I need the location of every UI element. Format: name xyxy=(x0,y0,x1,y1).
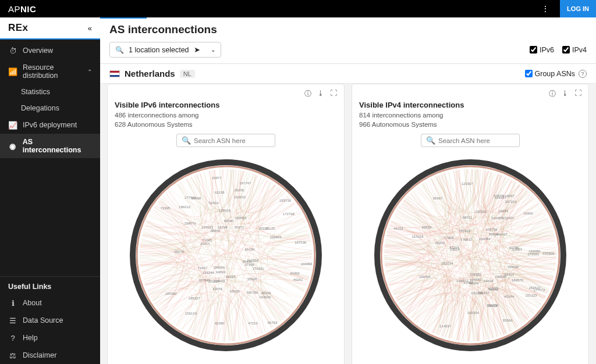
nav-label: Statistics xyxy=(21,88,50,96)
panel-ipv4: ⓘ ⭳ ⛶ Visible IPv4 interconnections 814 … xyxy=(352,84,589,364)
svg-text:73457: 73457 xyxy=(198,266,208,270)
nav-overview[interactable]: ⏱ Overview xyxy=(0,42,100,59)
search-icon: 🔍 xyxy=(182,136,191,145)
nav-label: Resource distribution xyxy=(23,63,82,80)
chevron-up-icon: ⌃ xyxy=(87,69,92,75)
help-icon[interactable]: ? xyxy=(579,70,587,78)
svg-text:47215: 47215 xyxy=(248,322,258,326)
topbar: APNIC ⋮ LOG IN xyxy=(0,0,596,17)
svg-text:158671: 158671 xyxy=(185,222,197,225)
info-icon[interactable]: ⓘ xyxy=(549,89,556,99)
svg-text:196437: 196437 xyxy=(478,291,490,295)
svg-text:185327: 185327 xyxy=(189,297,201,300)
collapse-sidebar-icon[interactable]: « xyxy=(88,24,92,33)
chord-diagram-v4[interactable]: 1787981821346278510408418936420195925203… xyxy=(359,151,581,360)
kebab-menu-icon[interactable]: ⋮ xyxy=(535,0,555,17)
asn-search-input[interactable] xyxy=(438,137,515,144)
svg-text:150054: 150054 xyxy=(235,216,247,220)
svg-text:52614: 52614 xyxy=(209,201,219,205)
nav-resource-distribution[interactable]: 📶 Resource distribution ⌃ xyxy=(0,59,100,84)
svg-text:36967: 36967 xyxy=(433,197,443,201)
country-name: Netherlands xyxy=(125,69,175,78)
svg-text:65793: 65793 xyxy=(268,322,278,325)
nav-statistics[interactable]: Statistics xyxy=(0,84,100,100)
svg-text:167029: 167029 xyxy=(411,235,424,238)
nav-as-interconnections[interactable]: ◉ AS interconnections xyxy=(0,134,100,158)
svg-text:68011: 68011 xyxy=(463,216,473,219)
svg-text:186312: 186312 xyxy=(179,205,191,209)
country-row: Netherlands NL Group ASNs ? xyxy=(100,64,596,84)
svg-text:63559: 63559 xyxy=(422,226,432,229)
svg-text:170581: 170581 xyxy=(527,252,540,256)
svg-text:141985: 141985 xyxy=(491,217,503,220)
svg-text:20227: 20227 xyxy=(259,227,269,230)
svg-text:121024: 121024 xyxy=(208,280,220,283)
nav-ipv6-deployment[interactable]: 📈 IPv6 deployment xyxy=(0,116,100,134)
login-button[interactable]: LOG IN xyxy=(560,0,596,17)
svg-text:93894: 93894 xyxy=(489,233,499,236)
link-about[interactable]: ℹAbout xyxy=(0,294,100,312)
ipv4-checkbox[interactable] xyxy=(562,46,570,53)
chart-icon: 📶 xyxy=(8,67,17,76)
svg-text:53028: 53028 xyxy=(230,290,240,293)
search-icon: 🔍 xyxy=(115,46,124,54)
svg-text:46261: 46261 xyxy=(293,278,303,281)
asn-search-v6[interactable]: 🔍 xyxy=(176,134,275,147)
svg-text:197813: 197813 xyxy=(459,229,471,233)
search-icon: 🔍 xyxy=(426,136,435,145)
ipv4-toggle[interactable]: IPv4 xyxy=(562,46,587,54)
database-icon: ☰ xyxy=(8,316,17,325)
fullscreen-icon[interactable]: ⛶ xyxy=(330,89,337,99)
link-help[interactable]: ?Help xyxy=(0,329,100,347)
asn-search-input[interactable] xyxy=(194,137,270,144)
svg-text:172621: 172621 xyxy=(253,267,265,270)
nav-label: IPv6 deployment xyxy=(23,121,77,129)
sidebar: REx « ⏱ Overview 📶 Resource distribution… xyxy=(0,17,100,364)
svg-text:199926: 199926 xyxy=(213,266,225,269)
svg-text:82500: 82500 xyxy=(224,220,234,223)
info-icon[interactable]: ⓘ xyxy=(304,89,311,99)
chord-diagram-v6[interactable]: 7106514785813076150054421251726212487782… xyxy=(115,151,337,360)
group-asns-checkbox[interactable] xyxy=(525,70,533,77)
nav-delegations[interactable]: Delegations xyxy=(0,100,100,116)
ipv6-checkbox[interactable] xyxy=(530,46,537,53)
network-icon: ◉ xyxy=(8,141,17,151)
download-icon[interactable]: ⭳ xyxy=(562,89,569,99)
ipv6-toggle[interactable]: IPv6 xyxy=(530,46,554,54)
svg-text:162901: 162901 xyxy=(487,287,499,290)
svg-text:132497: 132497 xyxy=(502,217,515,220)
svg-text:62083: 62083 xyxy=(512,248,522,251)
svg-text:207224: 207224 xyxy=(505,200,517,204)
nav-label: AS interconnections xyxy=(23,138,92,154)
link-disclaimer[interactable]: ⚖Disclaimer xyxy=(0,347,100,364)
svg-text:156368: 156368 xyxy=(542,252,555,255)
svg-text:167536: 167536 xyxy=(295,241,307,244)
link-data-source[interactable]: ☰Data Source xyxy=(0,312,100,329)
asn-search-v4[interactable]: 🔍 xyxy=(421,134,520,147)
svg-text:16934: 16934 xyxy=(498,209,508,213)
country-code: NL xyxy=(180,70,195,78)
svg-text:18748: 18748 xyxy=(218,226,228,229)
svg-text:98979: 98979 xyxy=(174,250,184,254)
main-content: AS interconnections 🔍 1 location selecte… xyxy=(100,17,596,364)
gauge-icon: ⏱ xyxy=(8,46,17,55)
group-asns-toggle[interactable]: Group ASNs xyxy=(525,70,575,78)
panel-title: Visible IPv4 interconnections xyxy=(359,101,581,109)
svg-text:16990: 16990 xyxy=(523,212,533,215)
svg-text:97204: 97204 xyxy=(449,246,459,249)
svg-text:172768: 172768 xyxy=(283,212,295,216)
svg-text:34892: 34892 xyxy=(216,270,226,274)
link-label: Help xyxy=(23,334,38,342)
svg-text:123307: 123307 xyxy=(462,182,474,185)
svg-text:48329: 48329 xyxy=(261,291,271,295)
panel-title: Visible IPv6 interconnections xyxy=(115,101,337,109)
svg-text:165354: 165354 xyxy=(467,311,480,315)
svg-point-0 xyxy=(133,162,319,348)
fullscreen-icon[interactable]: ⛶ xyxy=(574,89,581,99)
download-icon[interactable]: ⭳ xyxy=(317,89,324,99)
svg-text:182510: 182510 xyxy=(529,286,541,290)
svg-text:24877: 24877 xyxy=(212,176,222,180)
svg-text:69134: 69134 xyxy=(245,248,255,251)
svg-text:45244: 45244 xyxy=(504,295,514,298)
location-selector[interactable]: 🔍 1 location selected ➤ ⌄ xyxy=(109,42,221,58)
